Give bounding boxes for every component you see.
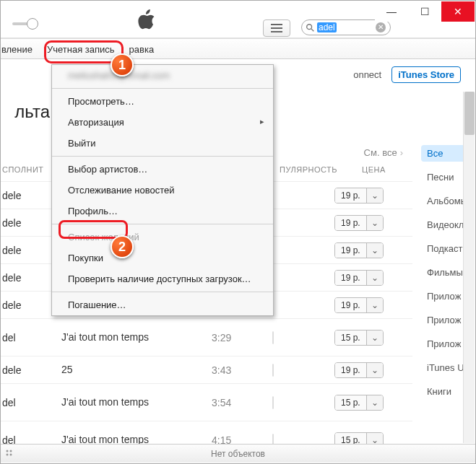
cell-popularity (272, 364, 319, 376)
dd-wishlist: Список желаний (52, 227, 273, 248)
price-label: 19 р. (335, 271, 366, 285)
annotation-badge-1: 1 (111, 53, 134, 76)
dd-choose-artists[interactable]: Выбор артистов… (52, 159, 273, 180)
price-label: 19 р. (335, 188, 366, 203)
cell-popularity (272, 245, 319, 256)
price-label: 19 р. (335, 363, 366, 377)
chevron-down-icon[interactable]: ⌄ (366, 363, 383, 377)
buy-button[interactable]: 19 р.⌄ (334, 362, 384, 378)
nav-connect[interactable]: onnect (353, 69, 381, 80)
price-label: 19 р. (335, 216, 366, 230)
cell-popularity (272, 299, 319, 311)
dd-profile[interactable]: Профиль… (52, 201, 273, 222)
scrollbar-thumb[interactable] (464, 92, 475, 135)
cell-popularity (272, 332, 319, 343)
menu-item-account[interactable]: Учетная запись (40, 41, 122, 58)
svg-point-6 (10, 450, 12, 452)
volume-slider-thumb[interactable] (27, 18, 38, 30)
cell-popularity (272, 217, 319, 229)
cell-title: 25 (61, 364, 163, 376)
cell-price: 19 р.⌄ (334, 362, 384, 378)
cell-time: 3:29 (212, 332, 255, 343)
buy-button[interactable]: 15 р.⌄ (334, 330, 384, 346)
col-popularity: ПУЛЯРНОСТЬ (280, 165, 340, 174)
cell-artist: del (1, 397, 51, 408)
close-button[interactable]: ✕ (441, 1, 475, 22)
title-bar: adel ✕ — ☐ ✕ (1, 1, 475, 38)
cell-price: 19 р.⌄ (334, 297, 384, 313)
cell-price: 19 р.⌄ (334, 215, 384, 231)
chevron-down-icon[interactable]: ⌄ (366, 188, 383, 203)
svg-point-8 (10, 454, 12, 456)
chevron-down-icon[interactable]: ⌄ (366, 271, 383, 285)
table-row[interactable]: delJ'ai tout mon temps3:5415 р.⌄ (1, 383, 412, 421)
chevron-down-icon[interactable]: ⌄ (366, 298, 383, 312)
cell-title: J'ai tout mon temps (61, 331, 163, 343)
chevron-down-icon[interactable]: ⌄ (366, 216, 383, 230)
table-row[interactable]: delJ'ai tout mon temps3:2915 р.⌄ (1, 318, 412, 356)
svg-point-7 (7, 454, 9, 456)
maximize-button[interactable]: ☐ (408, 1, 441, 22)
cell-artist: dele (1, 245, 51, 256)
nav-itunes-store[interactable]: iTunes Store (391, 66, 461, 83)
price-label: 19 р. (335, 298, 366, 312)
cell-time: 3:43 (212, 364, 255, 376)
search-query-text: adel (317, 22, 337, 32)
cell-popularity (272, 397, 319, 408)
search-icon (306, 24, 314, 32)
col-price: ЦЕНА (362, 165, 405, 174)
dd-authorization[interactable]: Авторизация (52, 112, 273, 133)
cell-time: 3:54 (212, 397, 255, 408)
cell-title: J'ai tout mon temps (61, 396, 163, 408)
dd-purchases[interactable]: Покупки (52, 248, 273, 268)
price-label: 19 р. (335, 243, 366, 258)
window-controls: — ☐ ✕ (375, 1, 475, 22)
dd-user-email: meilushaihs@email.com (52, 65, 273, 86)
minimize-button[interactable]: — (375, 1, 408, 22)
svg-rect-0 (271, 24, 282, 25)
search-box[interactable]: adel ✕ (301, 19, 391, 35)
cell-popularity (272, 272, 319, 284)
cell-price: 19 р.⌄ (334, 188, 384, 203)
see-all-text: См. все (364, 147, 397, 158)
menu-bar: вление Учетная запись равка (1, 40, 475, 59)
svg-point-3 (307, 24, 312, 29)
cell-artist: dele (1, 190, 51, 201)
buy-button[interactable]: 19 р.⌄ (334, 242, 384, 258)
dd-view[interactable]: Просмотреть… (52, 91, 273, 112)
dd-news[interactable]: Отслеживание новостей (52, 180, 273, 201)
cell-artist: dele (1, 299, 51, 311)
buy-button[interactable]: 15 р.⌄ (334, 395, 384, 411)
dd-check-downloads[interactable]: Проверить наличие доступных загрузок… (52, 268, 273, 289)
table-row[interactable]: dele253:4319 р.⌄ (1, 356, 412, 383)
menu-item-cut[interactable]: вление (1, 41, 40, 58)
section-heading: льта (1, 102, 50, 122)
dd-redeem[interactable]: Погашение… (52, 294, 273, 315)
clear-search-icon[interactable]: ✕ (376, 22, 386, 32)
cell-price: 19 р.⌄ (334, 270, 384, 286)
see-all-link[interactable]: См. все› (364, 147, 403, 158)
buy-button[interactable]: 19 р.⌄ (334, 297, 384, 313)
buy-button[interactable]: 19 р.⌄ (334, 270, 384, 286)
buy-button[interactable]: 19 р.⌄ (334, 215, 384, 231)
list-view-button[interactable] (263, 19, 290, 37)
price-label: 15 р. (335, 331, 366, 345)
chevron-right-icon: › (400, 147, 403, 158)
dd-signout[interactable]: Выйти (52, 133, 273, 154)
chevron-down-icon[interactable]: ⌄ (366, 331, 383, 345)
vertical-scrollbar[interactable] (463, 92, 475, 443)
status-bar: Нет объектов (1, 444, 475, 463)
status-text: Нет объектов (211, 449, 265, 459)
svg-rect-2 (271, 31, 282, 32)
buy-button[interactable]: 19 р.⌄ (334, 188, 384, 203)
cell-price: 19 р.⌄ (334, 242, 384, 258)
chevron-down-icon[interactable]: ⌄ (366, 243, 383, 258)
svg-rect-1 (271, 27, 282, 29)
svg-point-5 (7, 450, 9, 452)
account-dropdown: meilushaihs@email.com Просмотреть… Автор… (51, 64, 274, 316)
cell-price: 15 р.⌄ (334, 395, 384, 411)
cell-artist: dele (1, 217, 51, 229)
cell-artist: dele (1, 364, 51, 376)
col-artist: СПОЛНИТ (1, 165, 51, 174)
chevron-down-icon[interactable]: ⌄ (366, 395, 383, 410)
